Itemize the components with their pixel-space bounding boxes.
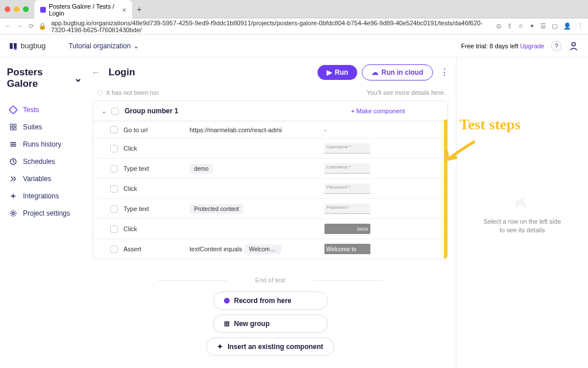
browser-chrome: Posters Galore / Tests / Login × + (0, 0, 588, 18)
chrome-menu-icon[interactable]: ⋮ (577, 22, 583, 30)
close-window-icon[interactable] (5, 6, 10, 12)
nav-back-icon[interactable]: ← (5, 22, 11, 30)
app-logo[interactable]: bugbug (9, 41, 45, 51)
step-preview: Password * (324, 183, 370, 194)
tab-favicon-icon (40, 6, 46, 13)
step-row[interactable]: Type text Protected content Password * (93, 199, 447, 219)
step-row[interactable]: Assert textContent equals Welcome to t… … (93, 239, 447, 259)
sidebar-item-suites[interactable]: Suites (7, 118, 82, 136)
step-checkbox[interactable] (110, 126, 118, 133)
star-icon[interactable]: ☆ (518, 22, 524, 30)
step-checkbox[interactable] (110, 145, 118, 152)
run-in-cloud-button[interactable]: ☁ Run in cloud (362, 64, 433, 80)
minimize-window-icon[interactable] (14, 6, 20, 12)
step-row[interactable]: Click Username * (93, 139, 447, 159)
svg-point-4 (572, 43, 575, 46)
preview-input: Password * (324, 204, 370, 214)
sidebar-item-tests[interactable]: Tests (7, 101, 82, 118)
sidebar-item-integrations[interactable]: Integrations (7, 187, 82, 205)
step-row[interactable]: Click Password * (93, 179, 447, 199)
nav-forward-icon[interactable]: → (17, 22, 23, 30)
more-menu-button[interactable]: ⋮ (438, 68, 451, 77)
url-bar: ← → ⟳ 🔒 app.bugbug.io/organizations/48e9… (0, 18, 588, 34)
url-field[interactable]: app.bugbug.io/organizations/48e9d739-595… (51, 20, 492, 33)
step-value: demo (189, 164, 281, 174)
run-label: Run (335, 68, 348, 76)
run-cloud-label: Run in cloud (381, 68, 423, 76)
trial-text: Free trial: 8 days left Upgrade (461, 43, 544, 49)
step-row[interactable]: Click SIGN (93, 219, 447, 239)
suites-icon (9, 123, 17, 131)
new-group-label: New group (234, 320, 270, 328)
sidebar-item-label: Variables (23, 175, 51, 183)
sidebar-item-variables[interactable]: Variables (7, 170, 82, 187)
help-icon[interactable]: ? (551, 41, 562, 51)
record-from-here-button[interactable]: Record from here (213, 292, 328, 310)
svg-rect-9 (14, 128, 16, 130)
status-dot-icon: ◌ (97, 89, 103, 96)
sidepanel-icon[interactable]: ▢ (552, 22, 558, 30)
back-button[interactable]: ← (91, 67, 100, 78)
chevron-down-icon: ⌄ (133, 42, 139, 50)
sidebar-item-project-settings[interactable]: Project settings (7, 205, 82, 222)
sidebar-item-label: Tests (23, 106, 39, 114)
step-preview: SIGN (324, 224, 370, 234)
group-name: Group number 1 (125, 107, 178, 115)
run-button[interactable]: ▶ Run (318, 65, 357, 80)
share-icon[interactable]: ⇧ (507, 22, 512, 30)
sidebar-item-runs-history[interactable]: Runs history (7, 136, 82, 153)
step-action: Type text (123, 205, 189, 212)
org-selector[interactable]: Tutorial organization ⌄ (68, 42, 138, 50)
step-value: Protected content (189, 204, 281, 214)
app-header: bugbug Tutorial organization ⌄ Free tria… (0, 34, 588, 57)
chevron-down-icon[interactable]: ⌄ (101, 107, 107, 115)
preview-text: Welcome to (324, 244, 370, 254)
org-name: Tutorial organization (68, 42, 130, 50)
step-checkbox[interactable] (110, 246, 118, 253)
project-selector[interactable]: Posters Galore ⌄ (7, 67, 82, 90)
make-component-link[interactable]: + Make component (351, 108, 439, 114)
variables-icon (9, 175, 17, 183)
search-icon[interactable]: ⊙ (496, 22, 501, 30)
gear-icon (9, 209, 17, 217)
group-header-row[interactable]: ⌄ Group number 1 + Make component (93, 101, 447, 121)
svg-rect-0 (40, 7, 46, 13)
insert-component-button[interactable]: ✦ Insert an existing component (206, 338, 334, 356)
step-checkbox[interactable] (110, 165, 118, 172)
diamond-icon (9, 106, 17, 114)
step-action: Assert (123, 246, 189, 252)
nav-reload-icon[interactable]: ⟳ (29, 22, 34, 30)
profile-icon[interactable]: 👤 (563, 22, 571, 30)
new-group-button[interactable]: ⊞ New group (213, 315, 328, 333)
details-empty-text: Select a row on the left side to see its… (483, 217, 561, 235)
chevron-down-icon: ⌄ (74, 72, 82, 85)
browser-tab[interactable]: Posters Galore / Tests / Login × (34, 0, 132, 20)
footer-actions: Record from here ⊞ New group ✦ Insert an… (89, 292, 451, 356)
new-tab-button[interactable]: + (132, 4, 146, 14)
logo-icon (9, 41, 18, 51)
group-checkbox[interactable] (111, 108, 119, 115)
svg-rect-5 (9, 106, 17, 114)
preview-input: Password * (324, 183, 370, 194)
integrations-icon (9, 192, 17, 200)
step-checkbox[interactable] (110, 185, 118, 193)
user-menu-icon[interactable] (568, 41, 579, 51)
reading-list-icon[interactable]: ☰ (540, 22, 546, 30)
upgrade-link[interactable]: Upgrade (520, 43, 544, 49)
status-row: ◌ It has not been run You'll see more de… (89, 87, 451, 101)
extensions-icon[interactable]: ✦ (529, 22, 535, 30)
step-checkbox[interactable] (110, 205, 118, 213)
maximize-window-icon[interactable] (23, 6, 29, 12)
step-action: Click (123, 225, 189, 232)
step-checkbox[interactable] (110, 225, 118, 233)
step-preview: Welcome to (324, 244, 370, 254)
sidebar-item-schedules[interactable]: Schedules (7, 153, 82, 170)
sidebar-item-label: Project settings (23, 209, 70, 217)
tab-close-icon[interactable]: × (122, 6, 126, 14)
step-row[interactable]: Type text demo Username * (93, 159, 447, 179)
step-row[interactable]: Go to url https://marmelab.com/react-adm… (93, 121, 447, 139)
sidebar-item-label: Suites (23, 123, 42, 131)
svg-rect-6 (10, 124, 13, 126)
preview-input: Username * (324, 163, 370, 174)
lock-icon: 🔒 (38, 22, 47, 30)
